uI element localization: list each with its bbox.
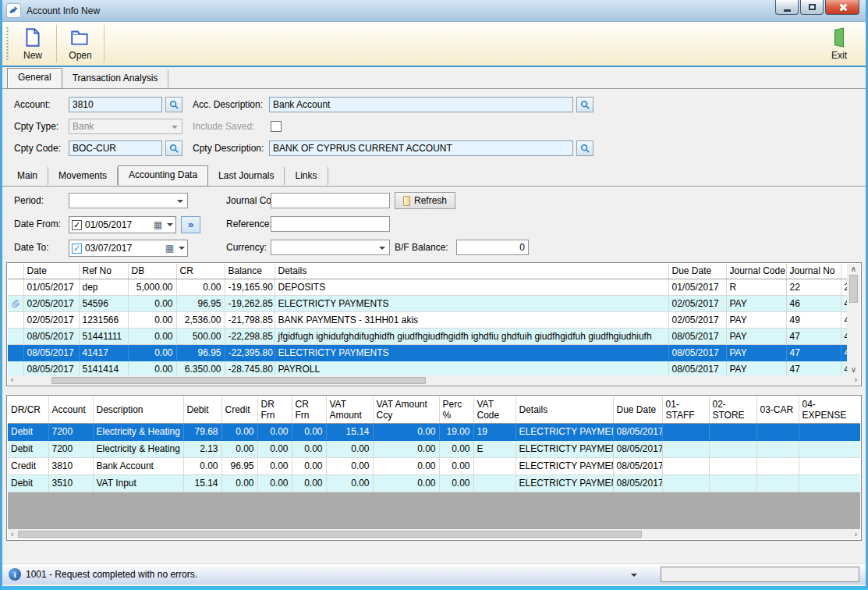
cpty-code-search-button[interactable] [165,140,182,156]
refresh-button[interactable]: Refresh [395,192,455,209]
journal-header-dr_cr[interactable]: DR/CR [8,396,48,423]
acc-description-field[interactable]: Bank Account [269,97,573,112]
movements-cell-db: 0.00 [128,311,176,328]
date-from-picker[interactable]: ✓ 01/05/2017 ▦ [69,216,176,233]
movements-header-ind[interactable] [8,264,23,279]
journal-header-c01[interactable]: 01-STAFF [662,396,709,423]
movements-cell-ind [8,295,23,311]
journal-header-c03[interactable]: 03-CAR [756,396,799,423]
journal-cell-debit: 0.00 [183,457,221,474]
movements-horizontal-scrollbar[interactable]: ‹ › [8,375,860,385]
journal-header-vat_amount_ccy[interactable]: VAT Amount Ccy [373,396,439,423]
movements-cell-clip: 4 [841,328,847,344]
tab-accounting-data[interactable]: Accounting Data [118,165,208,187]
movements-row[interactable]: 02/05/2017545960.0096.95-19,262.85ELECTR… [8,295,847,311]
tab-movements[interactable]: Movements [48,167,118,185]
date-from-dropdown[interactable] [165,221,173,229]
movements-header-journal_no[interactable]: Journal No [786,264,841,279]
calendar-icon: ▦ [165,243,174,253]
movements-header-due_date[interactable]: Due Date [668,264,726,279]
journal-cell-c02 [709,423,756,440]
journal-header-debit[interactable]: Debit [183,396,221,423]
journal-header-credit[interactable]: Credit [221,396,257,423]
movements-vertical-scrollbar[interactable]: ∧ ∨ [847,264,860,375]
scroll-left-icon[interactable]: ‹ [8,375,16,386]
journal-header-account[interactable]: Account [48,396,93,423]
tab-last-journals[interactable]: Last Journals [208,167,285,185]
movements-header-clip[interactable] [841,264,847,279]
cpty-type-select[interactable]: Bank [69,119,182,134]
period-select[interactable] [69,193,188,208]
movements-row[interactable]: 01/05/2017dep5,000.000.00-19,165.90DEPOS… [8,279,847,295]
cpty-description-field[interactable]: BANK OF CYPRUS CURRENT ACCOUNT [269,140,573,156]
journal-header-vat_amount[interactable]: VAT Amount [326,396,373,423]
movements-header-balance[interactable]: Balance [225,264,275,279]
reference-input[interactable] [271,216,390,232]
journal-horizontal-scrollbar[interactable]: ‹ › [8,529,860,539]
cpty-code-field[interactable]: BOC-CUR [69,140,162,156]
journal-row[interactable]: Debit3510VAT Input15.140.000.000.000.000… [8,474,860,492]
exit-button[interactable]: Exit [817,22,861,66]
date-from-checkbox[interactable]: ✓ [72,220,82,230]
date-to-checkbox[interactable]: ✓ [72,243,82,254]
scroll-right-icon[interactable]: › [852,375,860,386]
journal-cell-vat_amount: 0.00 [326,474,373,492]
cpty-description-search-button[interactable] [576,140,593,156]
date-to-picker[interactable]: ✓ 03/07/2017 ▦ [69,240,188,257]
journal-cell-due_date: 08/05/2017 [613,423,662,440]
movements-row[interactable]: 08/05/2017414170.0096.95-22,395.80ELECTR… [8,344,847,361]
tab-main[interactable]: Main [7,167,48,185]
journal-header-vat_code[interactable]: VAT Code [473,396,515,423]
journal-header-c04[interactable]: 04-EXPENSE [799,396,860,423]
journal-header-details[interactable]: Details [515,396,613,423]
tab-transaction-analysis[interactable]: Transaction Analysis [62,69,169,87]
scrollbar-thumb[interactable] [51,377,426,384]
movements-header-db[interactable]: DB [128,264,176,279]
movements-cell-date: 08/05/2017 [23,328,79,344]
scrollbar-thumb[interactable] [849,275,858,303]
journal-cell-vat_code [473,474,515,492]
movements-header-ref_no[interactable]: Ref No [79,264,128,279]
new-button[interactable]: New [11,22,55,66]
journal-header-dr_frn[interactable]: DR Frn [257,396,292,423]
movements-header-date[interactable]: Date [23,264,79,279]
toolbar-grip[interactable] [5,27,9,61]
account-search-button[interactable] [165,97,182,112]
acc-description-search-button[interactable] [576,97,593,112]
movements-row[interactable]: 02/05/201712315660.002,536.00-21,798.85B… [8,311,847,328]
minimize-button[interactable] [775,0,799,15]
movements-row[interactable]: 08/05/2017514411110.00500.00-22,298.85jf… [8,328,847,344]
journal-cell-vat_code: 19 [473,423,515,440]
status-dropdown-icon[interactable] [631,574,637,577]
movements-header-cr[interactable]: CR [176,264,225,279]
journal-header-due_date[interactable]: Due Date [613,396,662,423]
maximize-button[interactable] [800,0,824,15]
tab-links[interactable]: Links [285,167,328,185]
journal-row[interactable]: Debit7200Electricity & Heating79.680.000… [8,423,860,440]
journal-header-perc[interactable]: Perc % [439,396,473,423]
include-saved-checkbox[interactable] [271,121,282,132]
fast-forward-button[interactable]: » [181,216,200,233]
currency-select[interactable] [271,240,390,255]
journal-code-input[interactable] [271,193,390,208]
journal-row[interactable]: Debit7200Electricity & Heating2.130.000.… [8,440,860,457]
scroll-down-icon[interactable]: ∨ [848,364,859,375]
scrollbar-thumb[interactable] [18,531,642,538]
journal-header-cr_frn[interactable]: CR Frn [292,396,326,423]
tab-general[interactable]: General [7,68,62,89]
account-field[interactable]: 3810 [69,97,162,112]
movements-header-details[interactable]: Details [275,264,668,279]
bf-balance-input[interactable]: 0 [456,240,529,255]
movements-header-journal_code[interactable]: Journal Code [726,264,786,279]
journal-header-c02[interactable]: 02-STORE [709,396,756,423]
scroll-left-icon[interactable]: ‹ [8,529,16,540]
close-button[interactable] [825,0,859,15]
date-to-dropdown[interactable] [177,244,185,252]
scroll-up-icon[interactable]: ∧ [848,264,859,275]
movements-row[interactable]: 08/05/201751414140.006.350.00-28.745.80P… [8,361,847,375]
journal-cell-credit: 0.00 [221,474,257,492]
journal-row[interactable]: Credit3810Bank Account0.0096.950.000.000… [8,457,860,474]
open-button[interactable]: Open [58,22,102,66]
journal-header-description[interactable]: Description [93,396,183,423]
scroll-right-icon[interactable]: › [852,529,860,540]
